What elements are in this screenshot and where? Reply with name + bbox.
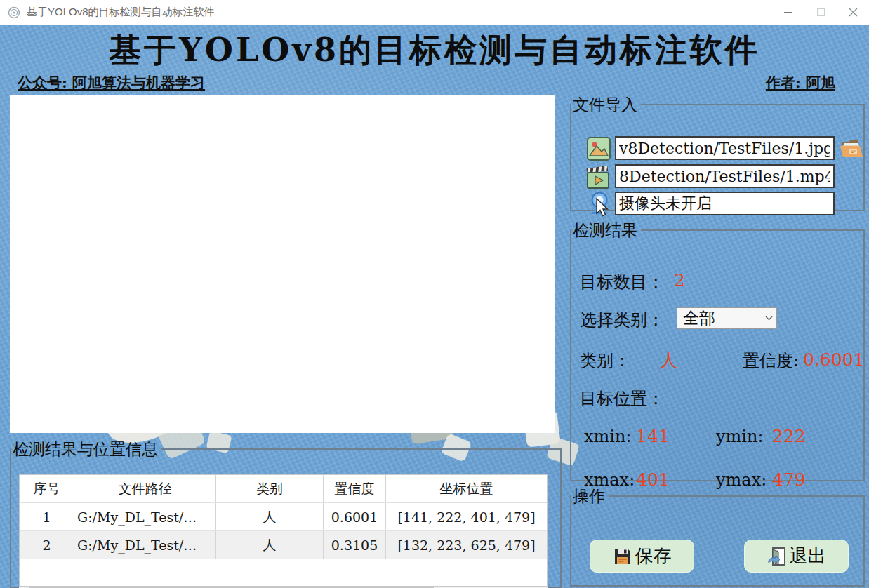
mouse-cursor (594, 198, 609, 219)
column-header[interactable]: 文件路径 (74, 475, 216, 502)
target-count-value: 2 (674, 270, 685, 290)
cell-index: 2 (20, 531, 74, 559)
image-path-input[interactable] (615, 136, 835, 160)
target-count-label: 目标数目： (580, 271, 664, 293)
exit-icon (767, 547, 787, 566)
maximize-icon (817, 8, 825, 16)
exit-button-label: 退出 (790, 544, 826, 568)
column-header[interactable]: 置信度 (324, 475, 386, 502)
author-label: 作者: 阿旭 (766, 73, 835, 93)
class-select-label: 选择类别： (580, 309, 664, 331)
table-row[interactable]: 2 G:/My_DL_Test/… 人 0.3105 [132, 223, 62… (20, 531, 547, 559)
results-table-group: 检测结果与位置信息 序号 文件路径 类别 置信度 坐标位置 1 G:/My_DL… (10, 441, 562, 588)
video-path-input[interactable] (615, 164, 835, 188)
results-table: 序号 文件路径 类别 置信度 坐标位置 1 G:/My_DL_Test/… 人 … (19, 474, 548, 587)
official-account-link[interactable]: 公众号: 阿旭算法与机器学习 (18, 73, 205, 93)
video-file-icon[interactable] (585, 165, 611, 190)
confidence-label: 置信度: (743, 349, 799, 372)
save-button-label: 保存 (635, 544, 672, 568)
cell-filepath: G:/My_DL_Test/… (74, 531, 216, 559)
xmin-label: xmin: (584, 427, 632, 446)
class-label: 类别： (580, 349, 630, 372)
main-content: 基于YOLOv8的目标检测与自动标注软件 公众号: 阿旭算法与机器学习 作者: … (0, 25, 869, 588)
operations-title: 操作 (571, 488, 609, 505)
cell-confidence: 0.6001 (324, 503, 386, 530)
app-window: 基于YOLOv8的目标检测与自动标注软件 基于YOLOv8的目标检测与自动标注软… (0, 0, 869, 588)
image-display-area (10, 95, 555, 433)
minimize-icon (784, 12, 792, 13)
cell-class: 人 (216, 531, 324, 559)
close-icon (849, 8, 858, 17)
image-file-icon[interactable] (587, 137, 611, 161)
file-import-group: 文件导入 (570, 96, 865, 211)
save-icon (613, 547, 632, 566)
ymax-value: 479 (772, 469, 806, 490)
maximize-button[interactable] (804, 0, 837, 25)
table-row[interactable]: 1 G:/My_DL_Test/… 人 0.6001 [141, 222, 40… (20, 503, 547, 531)
cell-coordinates: [141, 222, 401, 479] (386, 503, 547, 530)
class-selected-value: 全部 (677, 307, 761, 329)
folder-icon (840, 138, 863, 159)
position-label: 目标位置： (580, 387, 664, 410)
ymin-label: ymin: (716, 427, 764, 446)
ymin-value: 222 (772, 426, 806, 446)
column-header[interactable]: 序号 (20, 475, 74, 502)
page-title: 基于YOLOv8的目标检测与自动标注软件 (0, 29, 869, 72)
cell-confidence: 0.3105 (324, 531, 386, 559)
detection-results-group: 检测结果 目标数目： 2 选择类别： 全部 类别： 人 置信度: 0.6001 … (570, 222, 865, 481)
operations-group: 操作 保存 退出 (570, 488, 865, 587)
cell-filepath: G:/My_DL_Test/… (74, 503, 216, 530)
cell-coordinates: [132, 223, 625, 479] (386, 531, 547, 559)
cell-index: 1 (20, 503, 74, 530)
xmin-value: 141 (636, 426, 670, 446)
column-header[interactable]: 坐标位置 (386, 475, 547, 502)
class-value: 人 (660, 349, 677, 372)
xmax-value: 401 (636, 469, 670, 490)
file-import-title: 文件导入 (571, 96, 641, 113)
window-title: 基于YOLOv8的目标检测与自动标注软件 (27, 6, 215, 19)
camera-status-input[interactable] (615, 192, 835, 215)
chevron-down-icon (761, 316, 776, 321)
close-button[interactable] (837, 0, 869, 25)
open-image-button[interactable] (840, 138, 863, 161)
results-table-title: 检测结果与位置信息 (11, 441, 161, 457)
exit-button[interactable]: 退出 (744, 540, 849, 573)
column-header[interactable]: 类别 (216, 475, 324, 502)
app-icon (8, 6, 20, 19)
table-header-row: 序号 文件路径 类别 置信度 坐标位置 (20, 475, 547, 503)
class-select-dropdown[interactable]: 全部 (677, 307, 777, 329)
confidence-value: 0.6001 (803, 349, 864, 370)
title-bar: 基于YOLOv8的目标检测与自动标注软件 (0, 0, 869, 25)
minimize-button[interactable] (772, 0, 804, 25)
ymax-label: ymax: (716, 470, 767, 490)
cell-class: 人 (216, 503, 324, 530)
detection-results-title: 检测结果 (571, 222, 641, 239)
save-button[interactable]: 保存 (590, 540, 694, 573)
